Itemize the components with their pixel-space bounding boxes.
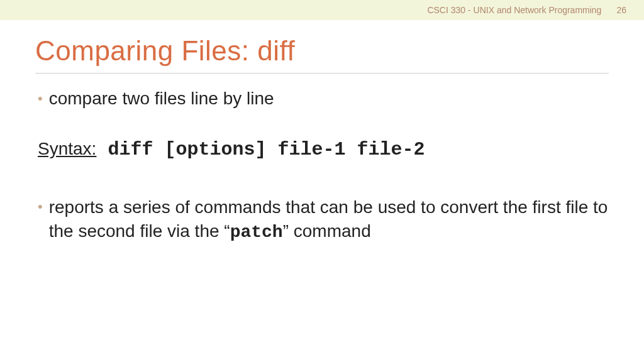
course-label: CSCI 330 - UNIX and Network Programming <box>427 5 601 15</box>
bullet-item-1: • compare two files line by line <box>35 87 609 110</box>
header-bar: CSCI 330 - UNIX and Network Programming … <box>0 0 644 20</box>
bullet-dot-icon: • <box>38 195 43 218</box>
slide-title: Comparing Files: diff <box>35 35 609 74</box>
syntax-label: Syntax: <box>38 139 96 158</box>
bullet-item-2: • reports a series of commands that can … <box>35 195 609 244</box>
patch-code: patch <box>230 222 283 242</box>
syntax-code: diff [options] file-1 file-2 <box>96 139 425 160</box>
slide-content: Comparing Files: diff • compare two file… <box>0 20 644 244</box>
bullet-text-1: compare two files line by line <box>49 87 274 110</box>
bullet-dot-icon: • <box>38 87 43 110</box>
slide-number: 26 <box>616 5 626 15</box>
bullet2-part2: ” command <box>283 221 371 241</box>
bullet-text-2: reports a series of commands that can be… <box>49 195 609 244</box>
syntax-line: Syntax: diff [options] file-1 file-2 <box>38 139 609 160</box>
